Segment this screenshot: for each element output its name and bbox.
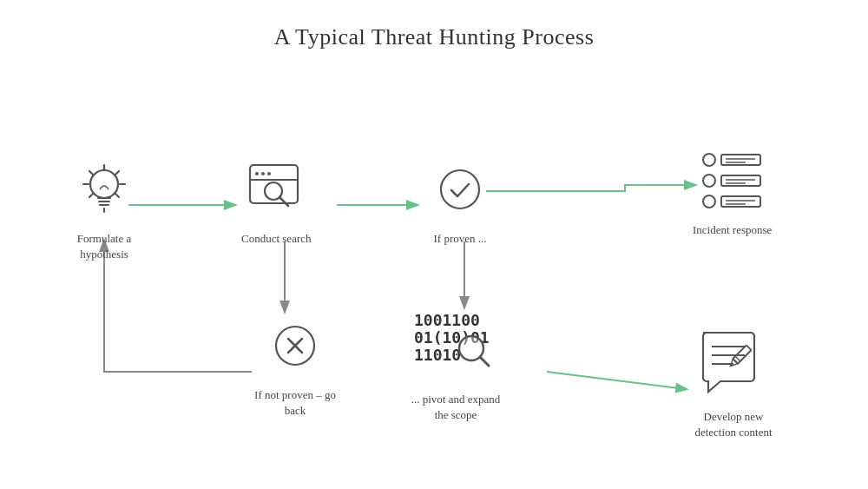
- svg-line-14: [279, 197, 288, 206]
- node-search: Conduct search: [241, 155, 312, 247]
- detection-icon: [694, 324, 773, 402]
- node-hypothesis: Formulate a hypothesis: [56, 155, 152, 262]
- node-detection: Develop new detection content: [686, 324, 781, 440]
- svg-line-41: [735, 356, 740, 361]
- svg-line-5: [547, 372, 686, 389]
- svg-rect-25: [721, 155, 760, 165]
- svg-point-7: [90, 170, 118, 198]
- incident-icon: [694, 146, 772, 215]
- svg-point-15: [441, 170, 479, 208]
- search-label: Conduct search: [241, 231, 312, 247]
- svg-point-24: [703, 154, 715, 166]
- node-if-proven: If proven ...: [425, 155, 495, 247]
- svg-text:1001100: 1001100: [414, 311, 480, 329]
- svg-rect-29: [721, 175, 760, 186]
- pivot-label: ... pivot and expand the scope: [408, 392, 503, 423]
- node-pivot: 1001100 01(10)01 11010 ... pivot and exp…: [408, 307, 503, 423]
- svg-point-28: [703, 175, 715, 187]
- incident-label: Incident response: [693, 222, 772, 238]
- diagram: Formulate a hypothesis Conduct search: [0, 59, 868, 485]
- hypothesis-icon: [69, 155, 139, 224]
- svg-point-32: [703, 195, 715, 208]
- svg-point-9: [255, 172, 259, 175]
- if-proven-label: If proven ...: [433, 231, 486, 247]
- svg-point-10: [261, 172, 265, 175]
- page-title: A Typical Threat Hunting Process: [0, 0, 868, 50]
- search-icon: [241, 155, 311, 224]
- svg-rect-8: [250, 165, 298, 203]
- detection-label: Develop new detection content: [686, 409, 781, 440]
- if-not-proven-label: If not proven – go back: [247, 387, 343, 419]
- svg-line-23: [480, 357, 489, 366]
- svg-rect-33: [721, 196, 760, 207]
- node-incident: Incident response: [693, 146, 772, 238]
- x-circle-icon: [260, 311, 330, 380]
- node-if-not-proven: If not proven – go back: [247, 311, 343, 419]
- svg-text:11010: 11010: [414, 346, 461, 364]
- checkmark-icon: [425, 155, 495, 224]
- svg-point-11: [267, 172, 271, 175]
- hypothesis-label: Formulate a hypothesis: [56, 231, 152, 262]
- binary-data-icon: 1001100 01(10)01 11010: [412, 307, 499, 385]
